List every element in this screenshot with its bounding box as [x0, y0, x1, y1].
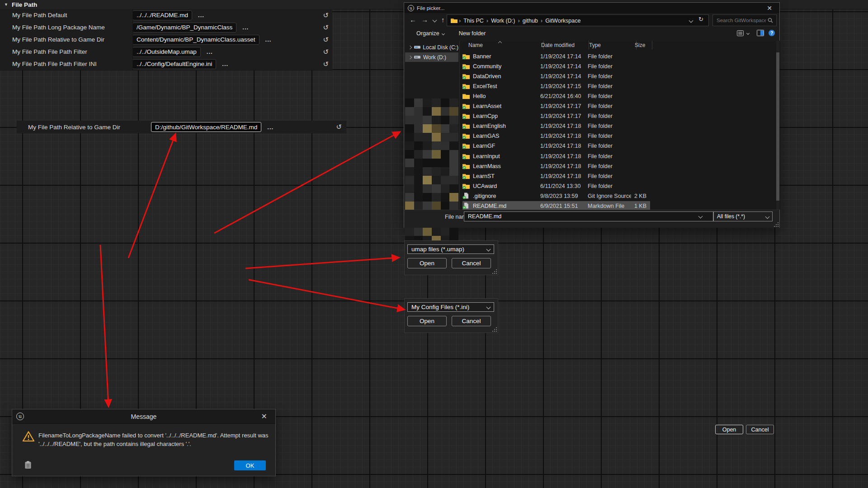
- close-icon[interactable]: ✕: [764, 4, 775, 12]
- file-row[interactable]: LearnCpp 1/19/2024 17:17 File folder: [462, 111, 650, 121]
- forward-arrow-icon[interactable]: →: [421, 16, 428, 23]
- resize-grip[interactable]: [774, 222, 778, 227]
- cancel-button[interactable]: Cancel: [746, 425, 774, 434]
- file-row[interactable]: .gitignore 9/8/2023 13:59 Git Ignore Sou…: [462, 191, 650, 201]
- recent-locations-chevron-icon[interactable]: [433, 18, 437, 23]
- column-separator: [132, 21, 133, 33]
- breadcrumb-segment[interactable]: github: [523, 18, 538, 24]
- sidebar-drive-item[interactable]: Local Disk (C:): [405, 42, 458, 52]
- reset-to-default-icon[interactable]: ↺: [323, 11, 329, 19]
- file-name-input[interactable]: [464, 211, 713, 221]
- breadcrumb-separator: ›: [518, 17, 519, 24]
- property-value-field[interactable]: Content/Dynamic/BP_DynamicClass.uasset: [132, 35, 259, 45]
- new-folder-button[interactable]: New folder: [459, 30, 486, 37]
- file-row[interactable]: DataDriven 1/19/2024 17:14 File folder: [462, 71, 650, 81]
- file-type-filter-dropdown[interactable]: All files (*.*): [713, 211, 773, 221]
- property-label: My File Path File Path Filter: [12, 48, 132, 55]
- column-header-size[interactable]: Size: [632, 41, 652, 50]
- breadcrumb-segment[interactable]: This PC: [463, 18, 483, 24]
- search-input[interactable]: [713, 18, 768, 23]
- file-row[interactable]: ExcelTest 1/19/2024 17:15 File folder: [462, 81, 650, 91]
- umap-cancel-button[interactable]: Cancel: [452, 258, 491, 268]
- message-dialog: u Message ✕ FilenameToLongPackageName fa…: [12, 409, 275, 476]
- column-header-name[interactable]: Name: [462, 41, 544, 50]
- refresh-icon[interactable]: ↻: [698, 16, 703, 23]
- property-label: My File Path File Path Filter INI: [12, 61, 132, 67]
- unreal-logo-icon: u: [16, 413, 24, 420]
- back-arrow-icon[interactable]: ←: [410, 16, 416, 23]
- reset-to-default-icon[interactable]: ↺: [323, 36, 329, 44]
- folder-git-icon: [462, 173, 470, 179]
- scrollbar-thumb[interactable]: [776, 52, 779, 201]
- file-row[interactable]: LearnST 1/19/2024 17:18 File folder: [462, 171, 650, 181]
- blueprint-canvas[interactable]: My File Path Relative to Game Dir D:/git…: [0, 0, 868, 488]
- address-bar[interactable]: ›This PC›Work (D:)›github›GitWorkspace ↻: [447, 14, 709, 26]
- sidebar-drive-item[interactable]: Work (D:): [405, 52, 458, 62]
- file-row[interactable]: LearnInput 1/19/2024 17:18 File folder: [462, 151, 650, 161]
- reset-to-default-icon[interactable]: ↺: [336, 123, 342, 131]
- tree-expand-chevron-icon: [408, 45, 412, 49]
- file-row[interactable]: LearnEnglish 1/19/2024 17:18 File folder: [462, 121, 650, 131]
- address-dropdown-chevron-icon[interactable]: [689, 19, 693, 23]
- config-cancel-button[interactable]: Cancel: [452, 316, 491, 326]
- file-row[interactable]: LearnAsset 1/19/2024 17:17 File folder: [462, 101, 650, 111]
- breadcrumb-separator: ›: [541, 17, 542, 24]
- property-row[interactable]: My File Path File Path Filter INI ../../…: [0, 58, 332, 70]
- file-row[interactable]: Community 1/19/2024 17:14 File folder: [462, 61, 650, 71]
- column-header-type[interactable]: Type: [585, 41, 637, 50]
- property-row[interactable]: My File Path Relative to Game Dir Conten…: [0, 33, 332, 46]
- reset-to-default-icon[interactable]: ↺: [323, 23, 329, 32]
- property-value-field[interactable]: /Game/Dynamic/BP_DynamicClass: [132, 23, 236, 33]
- property-value-field[interactable]: ../../Config/DefaultEngine.ini: [132, 59, 216, 69]
- property-row[interactable]: My File Path File Path Filter ../../Outs…: [0, 46, 332, 58]
- search-box[interactable]: [712, 14, 777, 26]
- column-header-date[interactable]: Date modified: [538, 41, 589, 50]
- vertical-scrollbar[interactable]: [776, 41, 779, 210]
- browse-ellipsis-button[interactable]: ...: [267, 124, 274, 131]
- help-icon[interactable]: ?: [769, 30, 775, 36]
- config-filter-dropdown[interactable]: My Config Files (*.ini): [407, 302, 494, 312]
- property-value-field[interactable]: ../../OutsideMap.umap: [132, 47, 201, 57]
- property-row-relative-to-game-dir[interactable]: My File Path Relative to Game Dir D:/git…: [17, 121, 346, 133]
- resize-grip[interactable]: [492, 327, 497, 332]
- browse-ellipsis-button[interactable]: ...: [242, 24, 249, 31]
- browse-ellipsis-button[interactable]: ...: [222, 61, 228, 67]
- reset-to-default-icon[interactable]: ↺: [323, 60, 329, 68]
- umap-open-button[interactable]: Open: [407, 258, 447, 268]
- organize-menu[interactable]: Organize: [416, 30, 444, 37]
- close-icon[interactable]: ✕: [259, 412, 270, 421]
- reset-to-default-icon[interactable]: ↺: [323, 48, 329, 56]
- property-row[interactable]: My File Path Long Package Name /Game/Dyn…: [0, 21, 332, 34]
- preview-pane-icon[interactable]: [757, 30, 764, 36]
- up-arrow-icon[interactable]: ↑: [441, 16, 445, 23]
- config-open-button[interactable]: Open: [407, 316, 447, 326]
- resize-grip[interactable]: [492, 269, 497, 274]
- file-row[interactable]: LearnMass 1/19/2024 17:18 File folder: [462, 161, 650, 171]
- message-titlebar[interactable]: u Message ✕: [12, 409, 275, 424]
- file-row[interactable]: UCAward 6/11/2024 13:30 File folder: [462, 181, 650, 191]
- copy-to-clipboard-icon[interactable]: [25, 461, 31, 469]
- file-row[interactable]: LearnGF 1/19/2024 17:18 File folder: [462, 141, 650, 150]
- browse-ellipsis-button[interactable]: ...: [265, 36, 272, 43]
- file-git-icon: [462, 202, 470, 209]
- breadcrumb-segment[interactable]: Work (D:): [491, 18, 515, 24]
- property-value-field[interactable]: ../../../README.md: [132, 10, 192, 20]
- file-picker-titlebar[interactable]: u File picker... ✕: [404, 3, 779, 13]
- navigation-sidebar: Local Disk (C:) Work (D:): [404, 41, 459, 210]
- umap-filter-dropdown[interactable]: umap files (*.umap): [407, 244, 494, 254]
- tree-expand-chevron-icon: [408, 55, 412, 59]
- open-button[interactable]: Open: [715, 425, 743, 434]
- property-value-field[interactable]: D:/github/GitWorkspace/README.md: [151, 122, 261, 132]
- view-dropdown-chevron-icon[interactable]: [746, 32, 750, 35]
- file-git-icon: [462, 192, 470, 199]
- ok-button[interactable]: OK: [234, 460, 266, 470]
- breadcrumb-segment[interactable]: GitWorkspace: [545, 18, 580, 24]
- file-row[interactable]: README.md 6/9/2021 15:51 Markdown File 1…: [462, 201, 650, 211]
- browse-ellipsis-button[interactable]: ...: [207, 48, 213, 55]
- file-row[interactable]: LearnGAS 1/19/2024 17:18 File folder: [462, 131, 650, 141]
- details-view-icon[interactable]: [737, 30, 744, 36]
- file-row[interactable]: Hello 6/21/2024 16:40 File folder: [462, 91, 650, 101]
- property-row[interactable]: My File Path Default ../../../README.md …: [0, 9, 332, 22]
- file-row[interactable]: Banner 1/19/2024 17:14 File folder: [462, 52, 650, 61]
- browse-ellipsis-button[interactable]: ...: [198, 12, 204, 19]
